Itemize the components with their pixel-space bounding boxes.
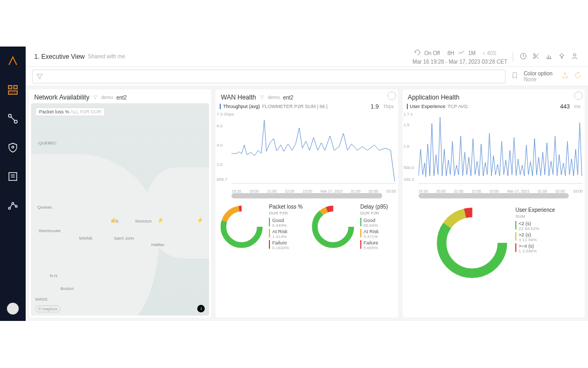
filter-row: Color option None xyxy=(26,67,588,86)
shared-label: Shared with me xyxy=(88,53,125,59)
filter-icon xyxy=(36,73,43,80)
page-title: 1. Executive View xyxy=(34,53,85,60)
panel-application-health: Application Health User Experience TCP A… xyxy=(403,89,585,318)
user-experience-donut[interactable] xyxy=(432,203,512,283)
panel-menu-button[interactable] xyxy=(574,91,583,100)
analytics-icon[interactable] xyxy=(7,200,19,213)
refresh-toggle[interactable]: On Off xyxy=(424,50,440,57)
trend-icon xyxy=(457,48,466,59)
svg-rect-6 xyxy=(9,173,17,181)
clock-icon[interactable] xyxy=(519,51,528,62)
filter-input[interactable] xyxy=(32,70,506,83)
map-info-button[interactable]: i xyxy=(197,305,205,312)
chart-scrollbar[interactable] xyxy=(231,193,382,198)
svg-rect-0 xyxy=(9,86,12,89)
user-icon[interactable] xyxy=(570,51,579,62)
reports-icon[interactable] xyxy=(7,171,19,185)
user-experience-chart[interactable]: 1.7 s 1.5 1.0 500.0 149.2 19:2820:0021:0… xyxy=(403,112,585,192)
bookmark-button[interactable] xyxy=(511,72,519,81)
user-avatar[interactable] xyxy=(7,303,19,315)
filter-icon[interactable] xyxy=(259,95,265,100)
range-1m[interactable]: 1M xyxy=(468,50,476,57)
panel-title: Network Availability xyxy=(34,94,89,101)
chart-icon[interactable] xyxy=(544,51,554,62)
topbar: 1. Executive View Shared with me On Off … xyxy=(26,47,588,67)
pin-icon[interactable] xyxy=(557,51,567,62)
export-icon[interactable] xyxy=(561,72,569,79)
panel-menu-button[interactable] xyxy=(388,91,396,100)
scissors-icon[interactable] xyxy=(531,51,541,62)
dashboard-icon[interactable] xyxy=(7,84,19,98)
map[interactable]: Packet loss % ALL P2R DUR QUÉBEC Quebec … xyxy=(31,103,209,316)
sidebar xyxy=(0,47,26,321)
svg-point-20 xyxy=(315,209,351,245)
throughput-chart[interactable]: 7.3 Gbps 6.0 4.0 2.0 659.7 19:2820:0021:… xyxy=(215,112,398,192)
svg-point-5 xyxy=(12,146,14,148)
panel-wan-health: WAN Health demo ent2 Throughput (avg) FL… xyxy=(215,89,398,318)
refresh-icon[interactable] xyxy=(413,48,422,59)
panel-title: WAN Health xyxy=(221,94,256,101)
delay-donut[interactable] xyxy=(309,203,357,251)
packet-loss-donut[interactable] xyxy=(218,203,266,251)
svg-point-15 xyxy=(574,53,576,56)
logo-icon xyxy=(7,55,19,69)
range-8h[interactable]: 8H xyxy=(447,50,454,57)
map-badge: Packet loss % ALL P2R DUR xyxy=(35,108,105,116)
security-icon[interactable] xyxy=(7,142,19,156)
reload-icon[interactable] xyxy=(574,72,582,79)
mapbox-attribution: © mapbox xyxy=(35,305,60,312)
flows-icon[interactable] xyxy=(7,113,19,127)
filter-icon[interactable] xyxy=(92,95,98,100)
chart-scrollbar[interactable] xyxy=(419,193,569,198)
date-range: Mar 16 19:28 - Mar 17, 2023 03:28 CET xyxy=(413,59,507,65)
svg-rect-2 xyxy=(9,91,18,94)
panel-network-availability: Network Availability demo ent2 Packet lo… xyxy=(29,89,211,318)
svg-rect-1 xyxy=(14,86,17,89)
panel-title: Application Health xyxy=(408,94,460,101)
color-option[interactable]: Color option None xyxy=(524,71,553,82)
range-40s[interactable]: 40S xyxy=(487,50,497,57)
